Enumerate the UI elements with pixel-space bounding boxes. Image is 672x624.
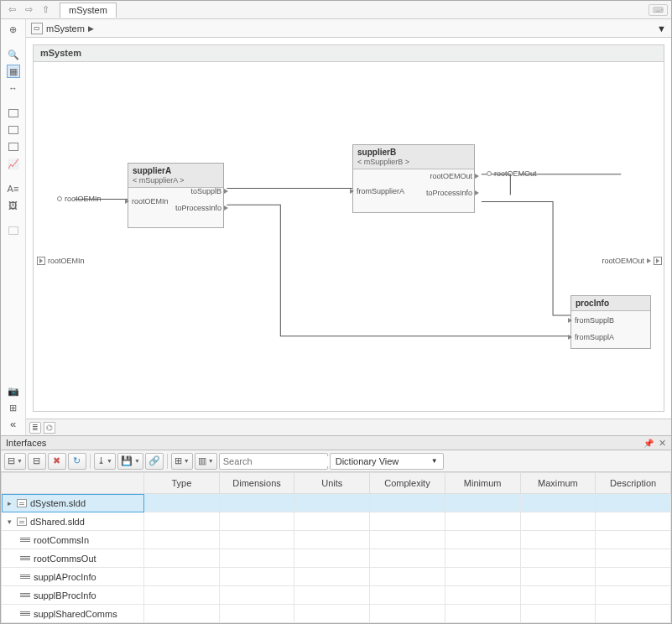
- block-header: supplierB < mSupplierB >: [353, 145, 474, 169]
- port-in-root-oem-in[interactable]: rootOEMIn: [125, 197, 169, 205]
- library-icon[interactable]: ⊞: [7, 401, 20, 414]
- search-box[interactable]: 🔍: [219, 453, 328, 470]
- ruler-icon[interactable]: ↔: [7, 81, 20, 95]
- save-button[interactable]: 💾▼: [117, 453, 143, 470]
- table-row[interactable]: supplSharedComms: [2, 605, 671, 623]
- tab-msystem[interactable]: mSystem: [60, 3, 117, 18]
- chevron-down-icon: ▼: [431, 457, 438, 465]
- tree-expander-icon[interactable]: ▾: [5, 517, 13, 526]
- breadcrumb-name[interactable]: mSystem: [46, 23, 85, 34]
- link-button[interactable]: 🔗: [145, 453, 164, 470]
- row-name: dSystem.sldd: [30, 498, 86, 508]
- filter-button[interactable]: ⊞▼: [171, 453, 193, 470]
- camera-icon[interactable]: 📷: [7, 384, 20, 398]
- add-elem-button[interactable]: ⊟: [28, 453, 46, 470]
- table-row[interactable]: rootCommsIn: [2, 531, 671, 549]
- signal-icon: [20, 537, 30, 543]
- block-header: supplierA < mSupplierA >: [128, 164, 223, 188]
- graph-icon[interactable]: 📈: [7, 157, 20, 170]
- zoom-icon[interactable]: 🔍: [7, 48, 20, 61]
- columns-button[interactable]: ▥▼: [195, 453, 217, 470]
- model-icon[interactable]: ▭: [31, 23, 43, 34]
- panel2-icon[interactable]: [7, 123, 20, 137]
- port-out-to-process-info-a[interactable]: toProcessInfo: [175, 204, 228, 212]
- block-title: supplierB: [357, 148, 396, 157]
- tree-expander-icon[interactable]: ▸: [5, 499, 13, 507]
- keyboard-icon[interactable]: ⌨: [649, 4, 668, 16]
- col-dimensions[interactable]: Dimensions: [219, 473, 294, 494]
- signal-icon: [20, 592, 30, 599]
- hierarchy-view-icon[interactable]: ⌬: [44, 422, 55, 434]
- db-view-icon[interactable]: ≣: [29, 422, 41, 434]
- row-name: rootCommsIn: [34, 535, 89, 545]
- port-label: rootOEMOut: [602, 257, 644, 265]
- col-name[interactable]: [2, 473, 144, 494]
- port-in-from-suppl-a[interactable]: fromSupplA: [568, 333, 614, 341]
- port-in-from-supplier-a[interactable]: fromSupplierA: [350, 187, 404, 195]
- breadcrumb: ▭ mSystem ▶ ▼: [26, 19, 671, 38]
- canvas[interactable]: mSystem rootOEMIn: [26, 38, 671, 419]
- table-row[interactable]: supplAProcInfo: [2, 568, 671, 586]
- canvas-bottom-tabs: ≣ ⌬: [26, 419, 671, 435]
- fit-icon[interactable]: ▦: [7, 65, 20, 78]
- canvas-wrap: ▭ mSystem ▶ ▼ mSystem: [26, 19, 671, 435]
- interfaces-table: Type Dimensions Units Complexity Minimum…: [1, 472, 671, 623]
- view-select[interactable]: Dictionary View ▼: [330, 453, 444, 470]
- panel3-icon[interactable]: [7, 140, 20, 153]
- table-row[interactable]: ▸dSystem.sldd: [2, 494, 671, 512]
- table-row[interactable]: rootCommsOut: [2, 549, 671, 568]
- main-area: ⊕ 🔍 ▦ ↔ 📈 A≡ 🖼 📷 ⊞ « ▭ mSystem ▶ ▼ mSyst…: [1, 19, 671, 435]
- target-icon[interactable]: ⊕: [7, 23, 20, 36]
- panel1-icon[interactable]: [7, 107, 20, 120]
- system-frame: mSystem rootOEMIn: [33, 44, 664, 412]
- interfaces-toolbar: ⊟▼ ⊟ ✖ ↻ ⤓▼ 💾▼ 🔗 ⊞▼ ▥▼ 🔍 Dictionary View…: [1, 450, 671, 472]
- port-label: rootOEMIn: [48, 257, 85, 265]
- row-name: supplSharedComms: [34, 609, 117, 619]
- col-description[interactable]: Description: [596, 473, 671, 494]
- add-dict-button[interactable]: ⊟▼: [4, 453, 26, 470]
- import-button[interactable]: ⤓▼: [94, 453, 116, 470]
- block-proc-info[interactable]: procInfo fromSupplB fromSupplA: [570, 295, 651, 349]
- col-complexity[interactable]: Complexity: [370, 473, 445, 494]
- signal-icon: [20, 611, 30, 617]
- refresh-button[interactable]: ↻: [68, 453, 86, 470]
- col-type[interactable]: Type: [144, 473, 220, 494]
- col-units[interactable]: Units: [294, 473, 370, 494]
- dictionary-icon: [17, 517, 27, 526]
- block-supplier-a[interactable]: supplierA < mSupplierA > rootOEMIn toSup…: [128, 163, 224, 228]
- port-out-to-suppl-b[interactable]: toSupplB: [190, 187, 228, 195]
- text-icon[interactable]: A≡: [7, 182, 20, 195]
- collapse-gutter-icon[interactable]: «: [10, 418, 16, 430]
- nav-forward-icon[interactable]: ⇨: [21, 3, 36, 18]
- delete-button[interactable]: ✖: [48, 453, 66, 470]
- port-out-to-process-info-b[interactable]: toProcessInfo: [426, 189, 479, 197]
- table-row[interactable]: ▾dShared.sldd: [2, 512, 671, 531]
- block-header: procInfo: [571, 296, 650, 311]
- search-input[interactable]: [223, 456, 339, 466]
- tab-label: mSystem: [69, 5, 107, 15]
- close-icon[interactable]: ✕: [659, 438, 666, 449]
- block-title: supplierA: [133, 166, 171, 175]
- top-toolbar: ⇦ ⇨ ⇧ mSystem ⌨: [1, 1, 671, 19]
- interfaces-table-wrap: Type Dimensions Units Complexity Minimum…: [1, 472, 671, 623]
- blank-icon[interactable]: [7, 224, 20, 237]
- port-out-root-oem-out[interactable]: rootOEMOut: [430, 172, 479, 180]
- pin-icon[interactable]: 📌: [643, 439, 654, 448]
- breadcrumb-arrow-icon[interactable]: ▶: [88, 24, 94, 33]
- breadcrumb-dropdown-icon[interactable]: ▼: [657, 23, 666, 34]
- col-maximum[interactable]: Maximum: [520, 473, 596, 494]
- interfaces-panel-title: Interfaces 📌 ✕: [1, 435, 671, 450]
- ext-port-root-oem-out[interactable]: rootOEMOut: [602, 257, 662, 265]
- block-supplier-b[interactable]: supplierB < mSupplierB > fromSupplierA r…: [352, 144, 475, 213]
- wire-src-root-oem-in[interactable]: rootOEMIn: [57, 195, 102, 203]
- port-in-from-suppl-b[interactable]: fromSupplB: [568, 316, 614, 325]
- nav-back-icon[interactable]: ⇦: [4, 3, 19, 18]
- image-icon[interactable]: 🖼: [7, 199, 20, 212]
- col-minimum[interactable]: Minimum: [445, 473, 520, 494]
- ext-port-root-oem-in[interactable]: rootOEMIn: [37, 257, 85, 265]
- wire-dest-root-oem-out[interactable]: rootOEMOut: [487, 169, 537, 178]
- nav-up-icon[interactable]: ⇧: [38, 3, 53, 18]
- signal-icon: [20, 574, 30, 580]
- table-row[interactable]: supplBProcInfo: [2, 586, 671, 605]
- wires: [34, 62, 664, 411]
